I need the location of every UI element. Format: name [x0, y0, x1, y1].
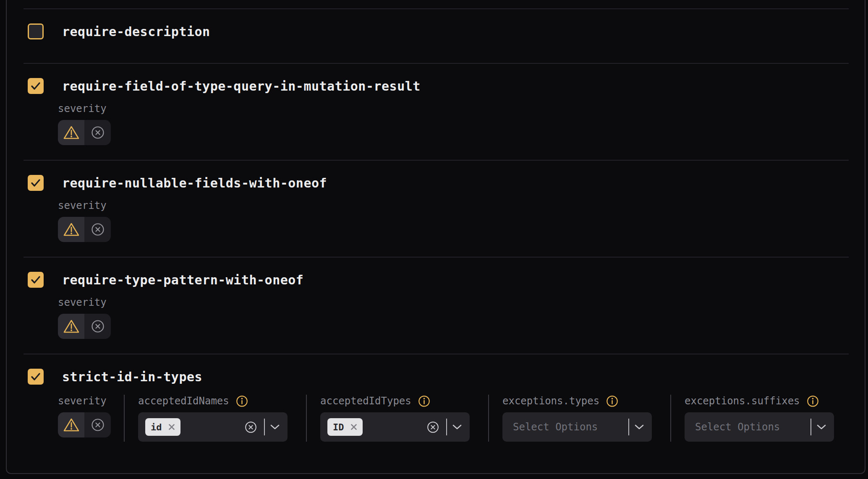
rule-row-require-description: require-description: [24, 8, 849, 63]
exceptions-suffixes-multiselect[interactable]: Select Options: [685, 412, 834, 442]
chevron-down-icon[interactable]: [270, 424, 280, 430]
select-placeholder: Select Options: [692, 421, 780, 433]
selected-tag: ID: [327, 418, 363, 436]
rule-name: require-description: [62, 24, 210, 39]
column-accepted-id-names: acceptedIdNames id: [124, 395, 306, 442]
severity-toggle: [58, 412, 111, 437]
circle-x-icon: [91, 222, 105, 237]
circle-x-icon: [91, 125, 105, 140]
rule-checkbox[interactable]: [28, 272, 44, 288]
clear-all-icon[interactable]: [244, 421, 257, 434]
rule-name: require-field-of-type-query-in-mutation-…: [62, 79, 421, 94]
info-icon[interactable]: [606, 395, 618, 407]
clear-all-icon[interactable]: [426, 421, 439, 434]
warning-triangle-icon: [63, 319, 80, 334]
rule-checkbox[interactable]: [28, 369, 44, 385]
checkmark-icon: [31, 276, 41, 284]
severity-warn-button[interactable]: [58, 412, 84, 437]
severity-toggle: [58, 314, 111, 339]
severity-label: severity: [58, 296, 849, 309]
option-label: exceptions.suffixes: [685, 395, 800, 407]
option-label: acceptedIdNames: [138, 395, 229, 407]
selected-tag: id: [145, 418, 180, 436]
rule-row-require-field-of-type-query-in-mutation-result: require-field-of-type-query-in-mutation-…: [24, 63, 849, 160]
warning-triangle-icon: [63, 417, 80, 432]
rule-checkbox[interactable]: [28, 175, 44, 191]
checkmark-icon: [31, 179, 41, 187]
option-label: acceptedIdTypes: [320, 395, 411, 407]
warning-triangle-icon: [63, 222, 80, 237]
column-exceptions-types: exceptions.types Select Options: [488, 395, 670, 442]
severity-off-button[interactable]: [84, 314, 111, 339]
severity-toggle: [58, 217, 111, 242]
severity-label: severity: [58, 199, 849, 212]
rules-panel: require-description require-field-of-typ…: [6, 0, 865, 474]
chevron-down-icon[interactable]: [634, 424, 644, 430]
severity-warn-button[interactable]: [58, 120, 84, 145]
select-divider: [628, 419, 629, 435]
circle-x-icon: [91, 418, 105, 432]
accepted-id-types-multiselect[interactable]: ID: [320, 412, 470, 442]
select-placeholder: Select Options: [510, 421, 598, 433]
severity-off-button[interactable]: [84, 120, 111, 145]
tag-remove-icon[interactable]: [168, 424, 175, 430]
select-divider: [810, 419, 811, 435]
chevron-down-icon[interactable]: [452, 424, 462, 430]
rule-name: strict-id-in-types: [62, 370, 202, 384]
severity-label: severity: [58, 395, 111, 407]
severity-toggle: [58, 120, 111, 145]
severity-off-button[interactable]: [84, 217, 111, 242]
rule-checkbox[interactable]: [28, 78, 44, 94]
column-severity: severity: [58, 395, 124, 442]
rule-row-require-type-pattern-with-oneof: require-type-pattern-with-oneof severity: [24, 257, 849, 354]
rule-checkbox[interactable]: [28, 23, 44, 39]
rule-name: require-nullable-fields-with-oneof: [62, 176, 327, 190]
rule-options-columns: severity acceptedIdNames: [58, 395, 849, 442]
column-exceptions-suffixes: exceptions.suffixes Select Options: [670, 395, 852, 442]
rule-row-require-nullable-fields-with-oneof: require-nullable-fields-with-oneof sever…: [24, 160, 849, 257]
circle-x-icon: [91, 319, 105, 333]
rule-row-strict-id-in-types: strict-id-in-types severity: [24, 354, 849, 473]
accepted-id-names-multiselect[interactable]: id: [138, 412, 288, 442]
column-accepted-id-types: acceptedIdTypes ID: [306, 395, 488, 442]
chevron-down-icon[interactable]: [816, 424, 826, 430]
exceptions-types-multiselect[interactable]: Select Options: [502, 412, 652, 442]
info-icon[interactable]: [236, 395, 248, 407]
select-divider: [446, 419, 447, 435]
severity-warn-button[interactable]: [58, 217, 84, 242]
tag-label: ID: [333, 422, 344, 432]
tag-label: id: [151, 422, 162, 432]
info-icon[interactable]: [418, 395, 430, 407]
checkmark-icon: [31, 82, 41, 90]
select-divider: [264, 419, 265, 435]
warning-triangle-icon: [63, 125, 80, 140]
severity-off-button[interactable]: [84, 412, 111, 437]
severity-label: severity: [58, 102, 849, 115]
tag-remove-icon[interactable]: [350, 424, 357, 430]
option-label: exceptions.types: [502, 395, 599, 407]
info-icon[interactable]: [807, 395, 819, 407]
rule-name: require-type-pattern-with-oneof: [62, 273, 303, 287]
rules-list: require-description require-field-of-typ…: [24, 0, 849, 473]
severity-warn-button[interactable]: [58, 314, 84, 339]
checkmark-icon: [31, 372, 41, 381]
